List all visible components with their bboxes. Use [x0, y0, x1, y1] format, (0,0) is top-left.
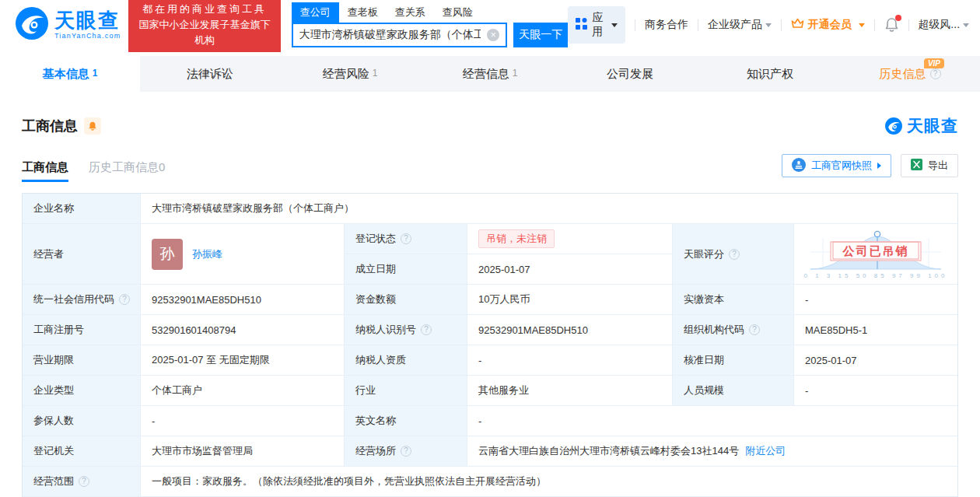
- reg-authority-label: 登记机关: [23, 436, 141, 467]
- search-tab-boss[interactable]: 查老板: [339, 2, 387, 23]
- apps-grid-icon: [576, 18, 587, 32]
- credit-code-label: 统一社会信用代码: [23, 285, 141, 315]
- watermark-text: 天眼查: [907, 115, 958, 137]
- official-snapshot-button[interactable]: 工商官网快照: [782, 154, 891, 177]
- business-info-table: 企业名称 大理市湾桥镇破壁家政服务部（个体工商户） 经营者 孙 孙振峰 登记状态…: [22, 193, 958, 497]
- chevron-down-icon: [859, 23, 865, 27]
- logo-eye-icon: [884, 117, 903, 135]
- reg-number-value: 532901601408794: [141, 315, 345, 345]
- chevron-down-icon: [963, 23, 969, 27]
- score-label: 天眼评分: [673, 224, 794, 285]
- help-icon[interactable]: [729, 249, 740, 260]
- industry-label: 行业: [345, 376, 467, 406]
- insured-value: -: [141, 406, 345, 436]
- divider: [635, 19, 635, 31]
- paid-capital-label: 实缴资本: [673, 285, 794, 315]
- snapshot-label: 工商官网快照: [811, 159, 872, 173]
- vip-label: 开通会员: [808, 18, 852, 32]
- tab-intellectual-property[interactable]: 知识产权: [700, 56, 840, 92]
- search-area: 查公司 查老板 查关系 查风险 天眼一下: [292, 3, 568, 47]
- staff-size-value: -: [794, 376, 957, 406]
- avatar[interactable]: 孙: [152, 239, 183, 270]
- slogan-line2: 国家中小企业发展子基金旗下机构: [136, 17, 273, 48]
- subscribe-bell-button[interactable]: [84, 117, 101, 135]
- search-tab-company[interactable]: 查公司: [292, 2, 339, 23]
- help-icon[interactable]: [401, 233, 411, 244]
- search-input[interactable]: [293, 29, 487, 41]
- business-term-value: 2025-01-07 至 无固定期限: [141, 345, 345, 376]
- nav-open-vip[interactable]: 开通会员: [791, 18, 865, 32]
- tab-label: 知识产权: [747, 67, 793, 82]
- divider: [781, 19, 782, 31]
- site-header: 天眼查 TianYanCha.com 都在用的商业查询工具 国家中小企业发展子基…: [0, 0, 980, 56]
- search-tab-relation[interactable]: 查关系: [387, 2, 434, 23]
- nearby-companies-link[interactable]: 附近公司: [745, 444, 786, 458]
- capital-value: 10万人民币: [467, 285, 673, 315]
- main-content: 工商信息 天眼查 工商信息 历史工商信息0: [0, 115, 980, 497]
- tab-company-development[interactable]: 公司发展: [560, 56, 700, 92]
- reg-status-label: 登记状态: [345, 224, 467, 254]
- nav-cooperation[interactable]: 商务合作: [645, 18, 688, 32]
- tab-operating-info[interactable]: 经营信息 1: [420, 56, 560, 92]
- nav-enterprise[interactable]: 企业级产品: [708, 18, 772, 32]
- score-chart-cell: 公司已吊销 0 1 3 15 50 85 97 99 100: [794, 224, 957, 285]
- paid-capital-value: -: [794, 285, 957, 315]
- notification-bell[interactable]: [884, 17, 899, 33]
- divider: [908, 19, 909, 31]
- operator-label: 经营者: [23, 224, 141, 285]
- staff-size-label: 人员规模: [673, 376, 794, 406]
- business-scope-label: 经营范围: [23, 467, 141, 497]
- tianyancha-logo[interactable]: 天眼查 TianYanCha.com: [14, 5, 121, 44]
- tab-basic-info[interactable]: 基本信息 1: [0, 56, 140, 92]
- tab-operating-risk[interactable]: 经营风险 1: [280, 56, 420, 92]
- super-risk-label: 超级风...: [918, 18, 960, 32]
- taxpayer-quality-label: 纳税人资质: [345, 345, 467, 376]
- taxpayer-id-label: 纳税人识别号: [345, 315, 467, 345]
- business-term-label: 营业期限: [23, 345, 141, 376]
- business-site-label: 经营场所: [345, 436, 467, 467]
- clear-icon[interactable]: [487, 29, 499, 41]
- chevron-down-icon: [765, 23, 772, 27]
- header-nav: 应用 商务合作 企业级产品 开通会员: [568, 6, 969, 44]
- excel-icon: [911, 159, 922, 173]
- apps-menu[interactable]: 应用: [568, 6, 625, 44]
- company-type-value: 个体工商户: [141, 376, 345, 406]
- export-label: 导出: [928, 159, 948, 173]
- operator-cell: 孙 孙振峰: [141, 224, 345, 285]
- divider: [698, 19, 698, 31]
- help-icon[interactable]: [119, 294, 130, 305]
- credit-code-value: 92532901MAE85DH510: [141, 285, 345, 315]
- subtab-business-info[interactable]: 工商信息: [22, 160, 68, 182]
- english-name-value: -: [467, 406, 957, 436]
- help-icon[interactable]: [401, 446, 411, 457]
- search-button[interactable]: 天眼一下: [513, 23, 568, 47]
- apps-label: 应用: [592, 11, 604, 39]
- search-tab-risk[interactable]: 查风险: [434, 2, 481, 23]
- establish-date-value: 2025-01-07: [467, 254, 673, 285]
- help-icon[interactable]: [421, 324, 432, 335]
- business-site-value: 云南省大理白族自治州大理市湾桥镇云峰村委会13社144号 附近公司: [467, 436, 957, 467]
- reg-authority-value: 大理市市场监督管理局: [141, 436, 345, 467]
- vip-badge: VIP: [924, 58, 944, 68]
- status-badge: 吊销，未注销: [478, 229, 555, 248]
- stamp-icon: [792, 158, 806, 174]
- tab-history-info[interactable]: 历史信息 VIP: [840, 56, 980, 92]
- nav-super-risk[interactable]: 超级风...: [918, 18, 969, 32]
- help-icon[interactable]: [79, 476, 89, 487]
- company-name-value: 大理市湾桥镇破壁家政服务部（个体工商户）: [141, 194, 957, 224]
- operator-name-link[interactable]: 孙振峰: [192, 247, 222, 261]
- help-icon[interactable]: [749, 324, 760, 335]
- watermark-logo: 天眼查: [884, 115, 958, 137]
- industry-value: 其他服务业: [467, 376, 673, 406]
- capital-label: 资金数额: [345, 285, 467, 315]
- english-name-label: 英文名称: [345, 406, 467, 436]
- tab-label: 经营风险: [323, 67, 369, 82]
- tab-legal[interactable]: 法律诉讼: [140, 56, 280, 92]
- section-title: 工商信息: [22, 117, 78, 135]
- reg-number-label: 工商注册号: [23, 315, 141, 345]
- revoked-stamp: 公司已吊销: [831, 242, 922, 261]
- subtab-history-business-info[interactable]: 历史工商信息0: [89, 160, 165, 182]
- export-button[interactable]: 导出: [901, 154, 958, 177]
- slogan-line1: 都在用的商业查询工具: [136, 2, 273, 17]
- chevron-down-icon: [611, 23, 618, 27]
